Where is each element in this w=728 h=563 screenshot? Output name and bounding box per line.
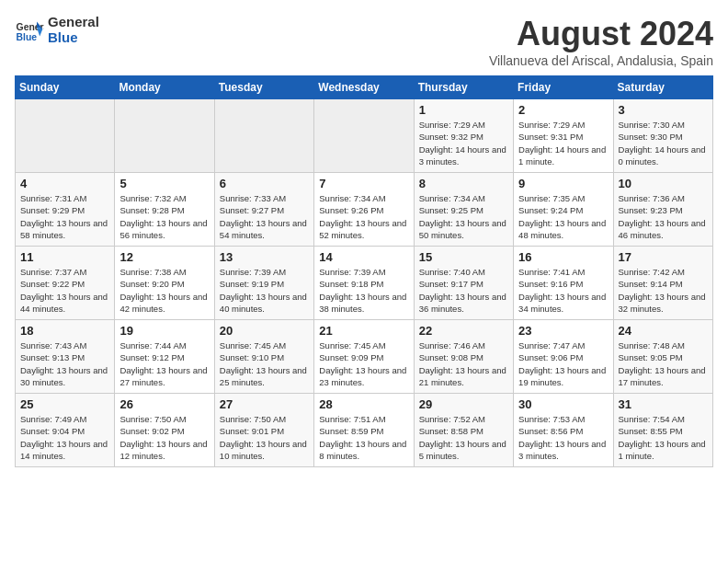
day-cell-empty [214,99,313,173]
day-cell-13: 13Sunrise: 7:39 AMSunset: 9:19 PMDayligh… [214,247,313,320]
day-number: 15 [419,250,508,264]
day-cell-16: 16Sunrise: 7:41 AMSunset: 9:16 PMDayligh… [514,247,613,320]
day-info: Sunrise: 7:34 AMSunset: 9:25 PMDaylight:… [419,192,508,241]
day-cell-9: 9Sunrise: 7:35 AMSunset: 9:24 PMDaylight… [514,173,613,247]
day-cell-empty [16,99,115,173]
day-cell-24: 24Sunrise: 7:48 AMSunset: 9:05 PMDayligh… [613,320,712,394]
month-title: August 2024 [489,15,713,53]
day-cell-21: 21Sunrise: 7:45 AMSunset: 9:09 PMDayligh… [314,320,414,394]
day-cell-3: 3Sunrise: 7:30 AMSunset: 9:30 PMDaylight… [613,99,712,173]
day-number: 4 [20,177,109,190]
day-cell-10: 10Sunrise: 7:36 AMSunset: 9:23 PMDayligh… [613,173,712,247]
day-info: Sunrise: 7:35 AMSunset: 9:24 PMDaylight:… [518,192,608,241]
day-cell-23: 23Sunrise: 7:47 AMSunset: 9:06 PMDayligh… [514,320,613,394]
day-cell-28: 28Sunrise: 7:51 AMSunset: 8:59 PMDayligh… [314,394,414,467]
day-cell-12: 12Sunrise: 7:38 AMSunset: 9:20 PMDayligh… [115,247,214,320]
week-row-2: 4Sunrise: 7:31 AMSunset: 9:29 PMDaylight… [16,173,713,247]
day-info: Sunrise: 7:43 AMSunset: 9:13 PMDaylight:… [20,339,109,388]
day-cell-29: 29Sunrise: 7:52 AMSunset: 8:58 PMDayligh… [414,394,513,467]
day-info: Sunrise: 7:32 AMSunset: 9:28 PMDaylight:… [119,192,209,241]
day-number: 24 [619,324,708,338]
day-cell-27: 27Sunrise: 7:50 AMSunset: 9:01 PMDayligh… [214,394,313,467]
day-cell-25: 25Sunrise: 7:49 AMSunset: 9:04 PMDayligh… [16,394,115,467]
day-info: Sunrise: 7:30 AMSunset: 9:30 PMDaylight:… [619,119,708,167]
day-info: Sunrise: 7:29 AMSunset: 9:31 PMDaylight:… [518,119,608,167]
day-number: 21 [319,324,408,338]
day-info: Sunrise: 7:34 AMSunset: 9:26 PMDaylight:… [319,192,408,241]
weekday-friday: Friday [514,76,613,99]
title-block: August 2024 Villanueva del Ariscal, Anda… [489,15,713,68]
day-number: 12 [119,250,209,264]
day-number: 13 [220,250,309,264]
week-row-4: 18Sunrise: 7:43 AMSunset: 9:13 PMDayligh… [16,320,713,394]
location: Villanueva del Ariscal, Andalusia, Spain [489,53,713,68]
weekday-header-row: SundayMondayTuesdayWednesdayThursdayFrid… [16,76,713,99]
day-cell-empty [115,99,214,173]
day-cell-31: 31Sunrise: 7:54 AMSunset: 8:55 PMDayligh… [613,394,712,467]
day-cell-4: 4Sunrise: 7:31 AMSunset: 9:29 PMDaylight… [16,173,115,247]
day-info: Sunrise: 7:39 AMSunset: 9:18 PMDaylight:… [319,266,408,315]
weekday-tuesday: Tuesday [214,76,313,99]
day-cell-2: 2Sunrise: 7:29 AMSunset: 9:31 PMDaylight… [514,99,613,173]
day-number: 20 [220,324,309,338]
day-number: 29 [419,397,508,411]
day-cell-6: 6Sunrise: 7:33 AMSunset: 9:27 PMDaylight… [214,173,313,247]
day-number: 3 [619,103,708,117]
day-info: Sunrise: 7:46 AMSunset: 9:08 PMDaylight:… [419,339,508,388]
day-number: 8 [419,177,508,190]
logo-icon: General Blue [15,16,44,45]
day-number: 7 [319,177,408,190]
day-info: Sunrise: 7:53 AMSunset: 8:56 PMDaylight:… [518,413,608,462]
week-row-3: 11Sunrise: 7:37 AMSunset: 9:22 PMDayligh… [16,247,713,320]
day-info: Sunrise: 7:42 AMSunset: 9:14 PMDaylight:… [619,266,708,315]
day-number: 27 [220,397,309,411]
day-number: 6 [220,177,309,190]
week-row-1: 1Sunrise: 7:29 AMSunset: 9:32 PMDaylight… [16,99,713,173]
day-cell-22: 22Sunrise: 7:46 AMSunset: 9:08 PMDayligh… [414,320,513,394]
svg-text:Blue: Blue [17,32,38,42]
weekday-monday: Monday [115,76,214,99]
day-number: 17 [619,250,708,264]
day-number: 5 [119,177,209,190]
day-info: Sunrise: 7:33 AMSunset: 9:27 PMDaylight:… [220,192,309,241]
day-info: Sunrise: 7:29 AMSunset: 9:32 PMDaylight:… [419,119,508,167]
day-cell-20: 20Sunrise: 7:45 AMSunset: 9:10 PMDayligh… [214,320,313,394]
day-cell-17: 17Sunrise: 7:42 AMSunset: 9:14 PMDayligh… [613,247,712,320]
day-number: 31 [619,397,708,411]
day-info: Sunrise: 7:38 AMSunset: 9:20 PMDaylight:… [119,266,209,315]
day-cell-14: 14Sunrise: 7:39 AMSunset: 9:18 PMDayligh… [314,247,414,320]
day-number: 30 [518,397,608,411]
week-row-5: 25Sunrise: 7:49 AMSunset: 9:04 PMDayligh… [16,394,713,467]
day-info: Sunrise: 7:50 AMSunset: 9:01 PMDaylight:… [220,413,309,462]
day-info: Sunrise: 7:40 AMSunset: 9:17 PMDaylight:… [419,266,508,315]
day-number: 23 [518,324,608,338]
weekday-thursday: Thursday [414,76,513,99]
day-info: Sunrise: 7:36 AMSunset: 9:23 PMDaylight:… [619,192,708,241]
weekday-wednesday: Wednesday [314,76,414,99]
page-header: General Blue General Blue August 2024 Vi… [15,15,713,68]
day-number: 9 [518,177,608,190]
day-cell-8: 8Sunrise: 7:34 AMSunset: 9:25 PMDaylight… [414,173,513,247]
day-info: Sunrise: 7:54 AMSunset: 8:55 PMDaylight:… [619,413,708,462]
day-info: Sunrise: 7:41 AMSunset: 9:16 PMDaylight:… [518,266,608,315]
day-number: 14 [319,250,408,264]
day-info: Sunrise: 7:50 AMSunset: 9:02 PMDaylight:… [119,413,209,462]
day-info: Sunrise: 7:39 AMSunset: 9:19 PMDaylight:… [220,266,309,315]
calendar-table: SundayMondayTuesdayWednesdayThursdayFrid… [15,75,713,467]
day-number: 28 [319,397,408,411]
day-info: Sunrise: 7:45 AMSunset: 9:10 PMDaylight:… [220,339,309,388]
day-cell-1: 1Sunrise: 7:29 AMSunset: 9:32 PMDaylight… [414,99,513,173]
day-cell-5: 5Sunrise: 7:32 AMSunset: 9:28 PMDaylight… [115,173,214,247]
day-number: 18 [20,324,109,338]
day-info: Sunrise: 7:51 AMSunset: 8:59 PMDaylight:… [319,413,408,462]
day-number: 1 [419,103,508,117]
day-info: Sunrise: 7:52 AMSunset: 8:58 PMDaylight:… [419,413,508,462]
day-cell-11: 11Sunrise: 7:37 AMSunset: 9:22 PMDayligh… [16,247,115,320]
weekday-saturday: Saturday [613,76,712,99]
weekday-sunday: Sunday [16,76,115,99]
day-info: Sunrise: 7:31 AMSunset: 9:29 PMDaylight:… [20,192,109,241]
day-number: 11 [20,250,109,264]
day-number: 26 [119,397,209,411]
day-cell-30: 30Sunrise: 7:53 AMSunset: 8:56 PMDayligh… [514,394,613,467]
day-info: Sunrise: 7:47 AMSunset: 9:06 PMDaylight:… [518,339,608,388]
